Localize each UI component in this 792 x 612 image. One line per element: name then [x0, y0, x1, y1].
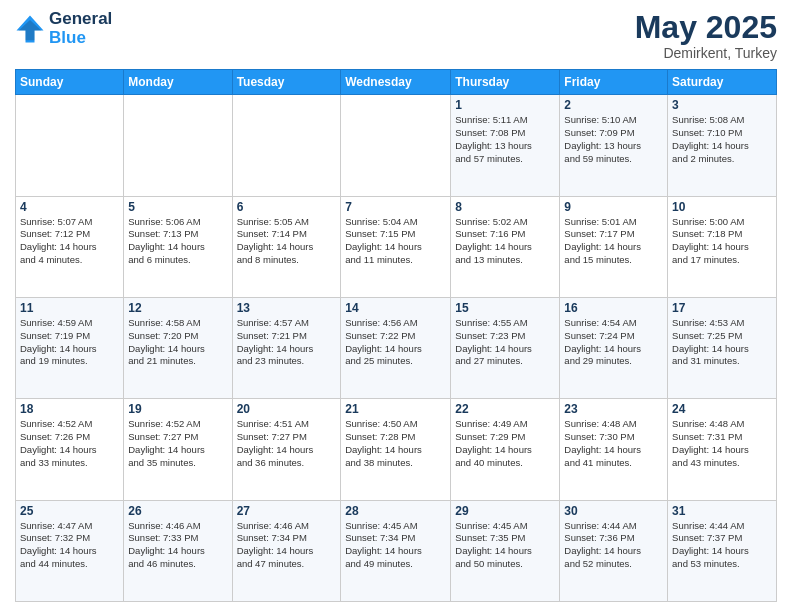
- month-title: May 2025: [635, 10, 777, 45]
- day-number: 12: [128, 301, 227, 315]
- day-number: 4: [20, 200, 119, 214]
- calendar-cell: 15Sunrise: 4:55 AM Sunset: 7:23 PM Dayli…: [451, 297, 560, 398]
- calendar-cell: 9Sunrise: 5:01 AM Sunset: 7:17 PM Daylig…: [560, 196, 668, 297]
- day-info: Sunrise: 5:01 AM Sunset: 7:17 PM Dayligh…: [564, 216, 663, 267]
- calendar-week-row: 1Sunrise: 5:11 AM Sunset: 7:08 PM Daylig…: [16, 95, 777, 196]
- calendar-cell: [16, 95, 124, 196]
- day-info: Sunrise: 5:06 AM Sunset: 7:13 PM Dayligh…: [128, 216, 227, 267]
- day-info: Sunrise: 5:11 AM Sunset: 7:08 PM Dayligh…: [455, 114, 555, 165]
- day-info: Sunrise: 4:44 AM Sunset: 7:37 PM Dayligh…: [672, 520, 772, 571]
- calendar-cell: 31Sunrise: 4:44 AM Sunset: 7:37 PM Dayli…: [668, 500, 777, 601]
- day-number: 30: [564, 504, 663, 518]
- calendar-cell: 29Sunrise: 4:45 AM Sunset: 7:35 PM Dayli…: [451, 500, 560, 601]
- day-number: 11: [20, 301, 119, 315]
- day-info: Sunrise: 4:45 AM Sunset: 7:35 PM Dayligh…: [455, 520, 555, 571]
- calendar-day-header: Thursday: [451, 70, 560, 95]
- calendar-cell: 12Sunrise: 4:58 AM Sunset: 7:20 PM Dayli…: [124, 297, 232, 398]
- calendar-week-row: 11Sunrise: 4:59 AM Sunset: 7:19 PM Dayli…: [16, 297, 777, 398]
- day-number: 10: [672, 200, 772, 214]
- day-info: Sunrise: 4:53 AM Sunset: 7:25 PM Dayligh…: [672, 317, 772, 368]
- calendar-week-row: 18Sunrise: 4:52 AM Sunset: 7:26 PM Dayli…: [16, 399, 777, 500]
- calendar-cell: 26Sunrise: 4:46 AM Sunset: 7:33 PM Dayli…: [124, 500, 232, 601]
- location-subtitle: Demirkent, Turkey: [635, 45, 777, 61]
- calendar-cell: 21Sunrise: 4:50 AM Sunset: 7:28 PM Dayli…: [341, 399, 451, 500]
- day-number: 25: [20, 504, 119, 518]
- calendar-cell: 18Sunrise: 4:52 AM Sunset: 7:26 PM Dayli…: [16, 399, 124, 500]
- day-info: Sunrise: 4:46 AM Sunset: 7:33 PM Dayligh…: [128, 520, 227, 571]
- calendar-cell: 16Sunrise: 4:54 AM Sunset: 7:24 PM Dayli…: [560, 297, 668, 398]
- day-info: Sunrise: 4:52 AM Sunset: 7:27 PM Dayligh…: [128, 418, 227, 469]
- calendar-day-header: Saturday: [668, 70, 777, 95]
- day-number: 23: [564, 402, 663, 416]
- page: General Blue May 2025 Demirkent, Turkey …: [0, 0, 792, 612]
- calendar-day-header: Tuesday: [232, 70, 341, 95]
- day-number: 28: [345, 504, 446, 518]
- day-info: Sunrise: 4:50 AM Sunset: 7:28 PM Dayligh…: [345, 418, 446, 469]
- day-number: 22: [455, 402, 555, 416]
- calendar-cell: 13Sunrise: 4:57 AM Sunset: 7:21 PM Dayli…: [232, 297, 341, 398]
- day-info: Sunrise: 4:45 AM Sunset: 7:34 PM Dayligh…: [345, 520, 446, 571]
- logo-icon: [15, 14, 45, 44]
- calendar-cell: [232, 95, 341, 196]
- day-info: Sunrise: 4:51 AM Sunset: 7:27 PM Dayligh…: [237, 418, 337, 469]
- day-info: Sunrise: 5:02 AM Sunset: 7:16 PM Dayligh…: [455, 216, 555, 267]
- calendar-cell: 17Sunrise: 4:53 AM Sunset: 7:25 PM Dayli…: [668, 297, 777, 398]
- calendar-cell: 14Sunrise: 4:56 AM Sunset: 7:22 PM Dayli…: [341, 297, 451, 398]
- day-info: Sunrise: 4:59 AM Sunset: 7:19 PM Dayligh…: [20, 317, 119, 368]
- day-info: Sunrise: 4:47 AM Sunset: 7:32 PM Dayligh…: [20, 520, 119, 571]
- calendar-cell: 4Sunrise: 5:07 AM Sunset: 7:12 PM Daylig…: [16, 196, 124, 297]
- day-number: 9: [564, 200, 663, 214]
- day-number: 13: [237, 301, 337, 315]
- calendar-cell: 11Sunrise: 4:59 AM Sunset: 7:19 PM Dayli…: [16, 297, 124, 398]
- day-number: 14: [345, 301, 446, 315]
- svg-marker-1: [19, 20, 42, 40]
- calendar-cell: 7Sunrise: 5:04 AM Sunset: 7:15 PM Daylig…: [341, 196, 451, 297]
- header: General Blue May 2025 Demirkent, Turkey: [15, 10, 777, 61]
- calendar-cell: 25Sunrise: 4:47 AM Sunset: 7:32 PM Dayli…: [16, 500, 124, 601]
- calendar-cell: 3Sunrise: 5:08 AM Sunset: 7:10 PM Daylig…: [668, 95, 777, 196]
- calendar-cell: 5Sunrise: 5:06 AM Sunset: 7:13 PM Daylig…: [124, 196, 232, 297]
- calendar-table: SundayMondayTuesdayWednesdayThursdayFrid…: [15, 69, 777, 602]
- day-number: 2: [564, 98, 663, 112]
- calendar-cell: 27Sunrise: 4:46 AM Sunset: 7:34 PM Dayli…: [232, 500, 341, 601]
- calendar-header-row: SundayMondayTuesdayWednesdayThursdayFrid…: [16, 70, 777, 95]
- day-info: Sunrise: 4:54 AM Sunset: 7:24 PM Dayligh…: [564, 317, 663, 368]
- day-info: Sunrise: 4:57 AM Sunset: 7:21 PM Dayligh…: [237, 317, 337, 368]
- day-number: 20: [237, 402, 337, 416]
- day-number: 3: [672, 98, 772, 112]
- day-number: 17: [672, 301, 772, 315]
- calendar-week-row: 25Sunrise: 4:47 AM Sunset: 7:32 PM Dayli…: [16, 500, 777, 601]
- day-info: Sunrise: 5:00 AM Sunset: 7:18 PM Dayligh…: [672, 216, 772, 267]
- day-info: Sunrise: 4:58 AM Sunset: 7:20 PM Dayligh…: [128, 317, 227, 368]
- day-number: 19: [128, 402, 227, 416]
- calendar-day-header: Monday: [124, 70, 232, 95]
- day-info: Sunrise: 4:48 AM Sunset: 7:30 PM Dayligh…: [564, 418, 663, 469]
- calendar-day-header: Friday: [560, 70, 668, 95]
- calendar-cell: 6Sunrise: 5:05 AM Sunset: 7:14 PM Daylig…: [232, 196, 341, 297]
- calendar-cell: 30Sunrise: 4:44 AM Sunset: 7:36 PM Dayli…: [560, 500, 668, 601]
- calendar-cell: 28Sunrise: 4:45 AM Sunset: 7:34 PM Dayli…: [341, 500, 451, 601]
- day-number: 31: [672, 504, 772, 518]
- calendar-cell: 1Sunrise: 5:11 AM Sunset: 7:08 PM Daylig…: [451, 95, 560, 196]
- day-info: Sunrise: 4:56 AM Sunset: 7:22 PM Dayligh…: [345, 317, 446, 368]
- day-number: 6: [237, 200, 337, 214]
- calendar-week-row: 4Sunrise: 5:07 AM Sunset: 7:12 PM Daylig…: [16, 196, 777, 297]
- day-number: 29: [455, 504, 555, 518]
- calendar-cell: [341, 95, 451, 196]
- calendar-day-header: Sunday: [16, 70, 124, 95]
- day-info: Sunrise: 5:08 AM Sunset: 7:10 PM Dayligh…: [672, 114, 772, 165]
- logo-text: General Blue: [49, 10, 112, 47]
- day-number: 1: [455, 98, 555, 112]
- day-info: Sunrise: 5:10 AM Sunset: 7:09 PM Dayligh…: [564, 114, 663, 165]
- title-block: May 2025 Demirkent, Turkey: [635, 10, 777, 61]
- day-number: 21: [345, 402, 446, 416]
- calendar-cell: 8Sunrise: 5:02 AM Sunset: 7:16 PM Daylig…: [451, 196, 560, 297]
- calendar-cell: 10Sunrise: 5:00 AM Sunset: 7:18 PM Dayli…: [668, 196, 777, 297]
- day-info: Sunrise: 4:44 AM Sunset: 7:36 PM Dayligh…: [564, 520, 663, 571]
- calendar-day-header: Wednesday: [341, 70, 451, 95]
- day-info: Sunrise: 4:49 AM Sunset: 7:29 PM Dayligh…: [455, 418, 555, 469]
- day-info: Sunrise: 5:05 AM Sunset: 7:14 PM Dayligh…: [237, 216, 337, 267]
- day-number: 16: [564, 301, 663, 315]
- day-number: 7: [345, 200, 446, 214]
- day-number: 8: [455, 200, 555, 214]
